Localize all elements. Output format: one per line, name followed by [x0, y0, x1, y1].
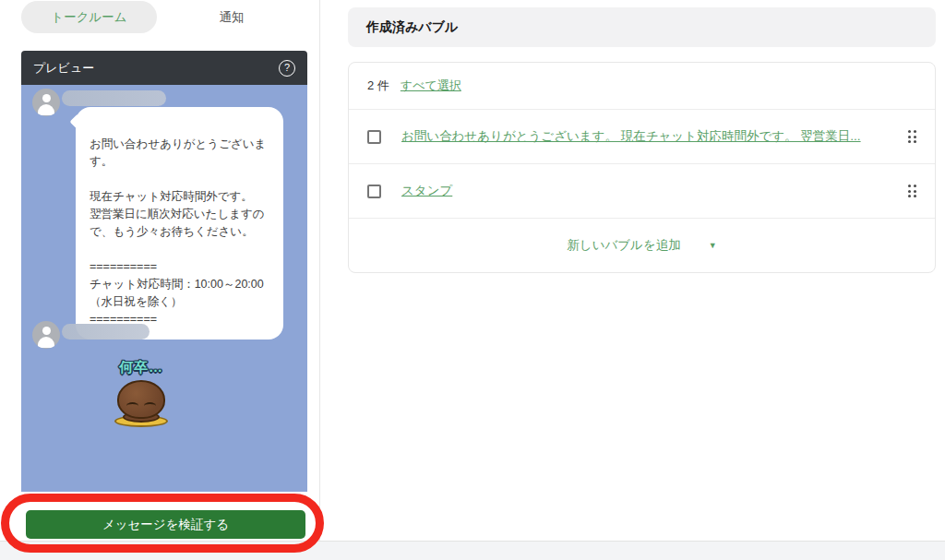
sticker-message: 何卒…	[90, 359, 193, 428]
chat-message-bubble: お問い合わせありがとうございます。 現在チャット対応時間外です。 翌営業日に順次…	[76, 107, 283, 340]
sticker-head	[117, 380, 165, 419]
drag-handle-icon[interactable]	[908, 185, 916, 197]
blurred-account-name	[62, 90, 166, 106]
tab-talk-room[interactable]: トークルーム	[21, 1, 157, 33]
bubble-link[interactable]: スタンプ	[401, 183, 895, 199]
sticker-eye	[126, 402, 138, 410]
user-icon-body	[38, 337, 54, 348]
bubble-link[interactable]: お問い合わせありがとうございます。 現在チャット対応時間外です。 翌営業日...	[401, 128, 895, 145]
chat-preview-area: お問い合わせありがとうございます。 現在チャット対応時間外です。 翌営業日に順次…	[21, 85, 307, 492]
tab-talk-room-label: トークルーム	[51, 9, 126, 26]
avatar	[32, 89, 60, 116]
line-oa-manager-screen: トークルーム 通知 プレビュー ? お問い合わせありがとうございます。 現在チャ…	[0, 0, 945, 560]
avatar	[32, 321, 60, 349]
bubble-row: スタンプ	[349, 163, 935, 218]
auto-reply-text: お問い合わせありがとうございます。 現在チャット対応時間外です。 翌営業日に順次…	[90, 137, 266, 326]
help-icon[interactable]: ?	[279, 60, 295, 77]
bottom-strip	[0, 541, 945, 560]
caret-down-icon[interactable]: ▼	[709, 241, 717, 250]
bubble-checkbox[interactable]	[367, 185, 381, 198]
panel-divider	[319, 0, 320, 541]
preview-title: プレビュー	[33, 60, 94, 77]
add-bubble-row: 新しいバブルを追加 ▼	[349, 218, 935, 272]
verify-message-button[interactable]: メッセージを検証する	[26, 510, 305, 539]
drag-handle-icon[interactable]	[908, 130, 916, 143]
bubble-list-toolbar: 2 件 すべて選択	[349, 63, 935, 109]
blurred-account-name	[62, 324, 150, 340]
bubble-count: 2 件	[367, 77, 389, 94]
created-bubbles-title: 作成済みバブル	[366, 19, 458, 36]
bubble-checkbox[interactable]	[367, 130, 381, 144]
select-all-link[interactable]: すべて選択	[401, 77, 461, 94]
tab-notification-label: 通知	[220, 9, 245, 26]
sticker-caption: 何卒…	[90, 359, 193, 376]
sticker-character-icon	[114, 380, 168, 428]
sticker-eye	[144, 402, 156, 410]
preview-panel: プレビュー ? お問い合わせありがとうございます。 現在チャット対応時間外です。…	[21, 51, 307, 492]
user-icon	[42, 94, 51, 102]
bubble-row: お問い合わせありがとうございます。 現在チャット対応時間外です。 翌営業日...	[349, 109, 935, 163]
tab-notification[interactable]: 通知	[175, 1, 288, 33]
bubble-list-card: 2 件 すべて選択 お問い合わせありがとうございます。 現在チャット対応時間外で…	[348, 62, 936, 273]
user-icon	[42, 327, 51, 335]
add-bubble-button[interactable]: 新しいバブルを追加	[567, 237, 680, 254]
bubble-tail	[70, 114, 86, 130]
user-icon-body	[38, 104, 54, 115]
created-bubbles-header: 作成済みバブル	[348, 7, 936, 47]
preview-header: プレビュー ?	[21, 51, 307, 85]
